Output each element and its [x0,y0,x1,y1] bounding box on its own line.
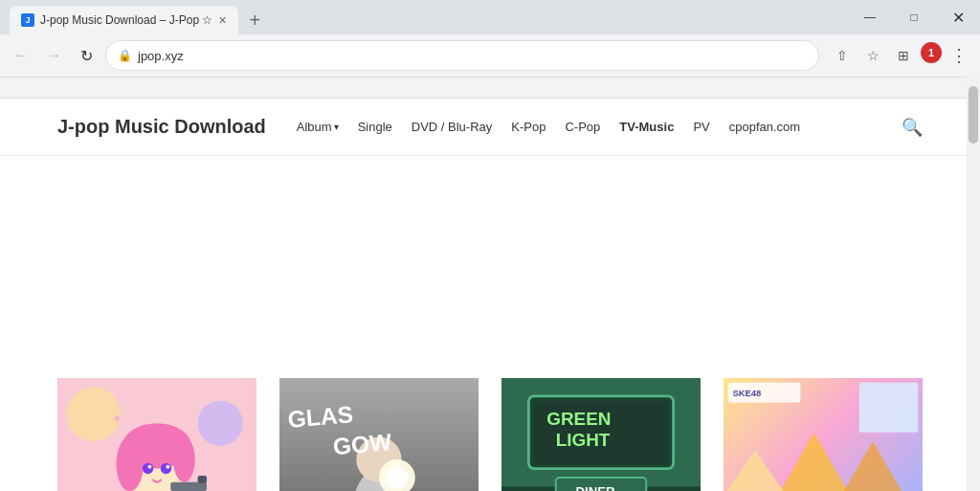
svg-rect-45 [859,383,918,433]
address-bar-row: ← → ↻ 🔒 jpop.xyz ⇧ ☆ ⊞ 1 ⋮ [0,34,980,77]
svg-text:GREEN: GREEN [546,409,611,429]
profile-button[interactable]: 1 [921,42,942,63]
chevron-down-icon: ▾ [334,122,339,132]
svg-text:DINER: DINER [576,484,616,491]
lock-icon: 🔒 [118,49,132,62]
card-4-image[interactable]: SKE48 [724,179,923,491]
tab-favicon: J [21,13,34,27]
svg-point-8 [173,436,195,481]
main-content: ★ ★ ✦ Yoshihito Yano – Survival Quiz CIT… [0,156,980,491]
svg-point-10 [161,463,171,474]
card-1-image[interactable]: ★ ★ ✦ [57,179,256,491]
scrollbar[interactable] [967,77,980,491]
browser-chrome: J J-pop Music Download – J-Pop ☆ × + — □… [0,0,980,78]
card-1: ★ ★ ✦ Yoshihito Yano – Survival Quiz CIT… [57,179,256,491]
nav-pv[interactable]: PV [693,120,709,134]
page-content: J-pop Music Download Album ▾ Single DVD … [0,99,980,491]
bookmark-button[interactable]: ☆ [859,42,886,69]
menu-button[interactable]: ⋮ [946,42,972,69]
reload-button[interactable]: ↻ [73,42,100,69]
svg-point-12 [166,465,169,469]
favicon-letter: J [25,15,30,25]
browser-window: J J-pop Music Download – J-Pop ☆ × + — □… [0,0,980,491]
card-2: GLAS GOW FLASH BACK! GLASGOW – FLASHBACK… [279,179,479,491]
site-logo[interactable]: J-pop Music Download [57,116,266,138]
card-2-artwork: GLAS GOW FLASH BACK! [279,378,479,491]
card-3: GREEN LIGHT DINER [501,179,701,491]
tab-title: J-pop Music Download – J-Pop ☆ [40,13,212,27]
card-2-image[interactable]: GLAS GOW FLASH BACK! [279,179,479,491]
address-actions: ⇧ ☆ ⊞ 1 ⋮ [829,42,972,69]
nav-dvd[interactable]: DVD / Blu-Ray [412,120,493,134]
window-controls: — □ ✕ [848,0,980,34]
card-4-artwork: SKE48 [724,378,923,491]
card-1-image-inner: ★ ★ ✦ [57,378,256,491]
back-button[interactable]: ← [8,42,34,69]
svg-point-2 [198,401,243,446]
site-nav: Album ▾ Single DVD / Blu-Ray K-Pop C-Pop… [297,120,871,134]
card-2-image-inner: GLAS GOW FLASH BACK! [279,378,479,491]
card-3-image-inner: GREEN LIGHT DINER [501,378,701,491]
close-tab-button[interactable]: × [218,12,226,28]
svg-rect-13 [170,482,207,491]
card-4: SKE48 [724,179,923,491]
nav-cpopfan[interactable]: cpopfan.com [729,120,800,134]
svg-text:✦: ✦ [112,412,122,426]
share-button[interactable]: ⇧ [829,42,856,69]
bookmark-bar [0,78,980,99]
site-header: J-pop Music Download Album ▾ Single DVD … [0,99,980,156]
close-button[interactable]: ✕ [936,3,980,32]
tab-bar: J J-pop Music Download – J-Pop ☆ × + — □… [0,0,980,34]
card-1-artwork: ★ ★ ✦ [57,378,256,491]
svg-point-9 [143,463,153,474]
active-tab[interactable]: J J-pop Music Download – J-Pop ☆ × [10,6,238,34]
svg-point-7 [116,436,143,491]
new-tab-button[interactable]: + [244,6,267,34]
card-3-image[interactable]: GREEN LIGHT DINER [501,179,701,491]
nav-cpop[interactable]: C-Pop [565,120,600,134]
svg-text:SKE48: SKE48 [732,388,761,398]
svg-text:LIGHT: LIGHT [556,430,611,450]
forward-button[interactable]: → [40,42,67,69]
svg-rect-14 [198,476,207,483]
svg-text:GOW: GOW [332,429,393,459]
card-4-image-inner: SKE48 [724,378,923,491]
extensions-button[interactable]: ⊞ [890,42,917,69]
card-3-artwork: GREEN LIGHT DINER [501,378,701,491]
maximize-button[interactable]: □ [892,3,936,32]
nav-single[interactable]: Single [358,120,392,134]
nav-kpop[interactable]: K-Pop [511,120,546,134]
svg-point-11 [148,465,152,469]
cards-grid: ★ ★ ✦ Yoshihito Yano – Survival Quiz CIT… [57,179,923,491]
svg-point-23 [387,467,409,489]
search-icon[interactable]: 🔍 [902,117,923,138]
url-text: jpop.xyz [138,49,807,63]
nav-album[interactable]: Album ▾ [297,120,339,134]
minimize-button[interactable]: — [848,3,892,32]
scrollbar-thumb[interactable] [969,86,978,144]
nav-tv-music[interactable]: TV-Music [619,120,674,134]
address-bar[interactable]: 🔒 jpop.xyz [105,40,819,71]
